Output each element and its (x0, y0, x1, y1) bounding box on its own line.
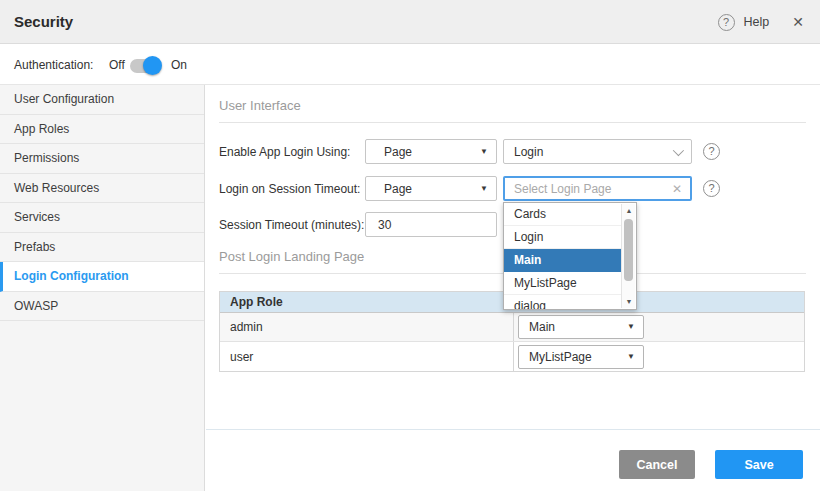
caret-down-icon: ▼ (627, 353, 635, 361)
session-timeout-label: Session Timeout (minutes): (219, 212, 364, 237)
role-cell: user (220, 342, 513, 371)
sidebar: User Configuration App Roles Permissions… (0, 85, 205, 491)
save-button[interactable]: Save (715, 450, 803, 479)
combobox-value: Login (514, 145, 543, 159)
sidebar-item-permissions[interactable]: Permissions (0, 144, 204, 174)
authentication-label: Authentication: (14, 58, 93, 72)
page-cell: MyListPage ▼ (513, 342, 804, 371)
security-dialog: Security ? Help ✕ Authentication: Off On… (0, 0, 820, 491)
sidebar-item-prefabs[interactable]: Prefabs (0, 233, 204, 263)
dropdown-scrollbar[interactable]: ▲ ▼ (621, 204, 635, 308)
table-row: admin Main ▼ (220, 313, 804, 342)
sidebar-item-app-roles[interactable]: App Roles (0, 115, 204, 145)
session-timeout-input[interactable] (378, 218, 484, 232)
help-icon[interactable]: ? (703, 143, 720, 160)
caret-down-icon: ▼ (480, 148, 488, 156)
landing-page-select-admin[interactable]: Main ▼ (518, 315, 644, 339)
sidebar-item-owasp[interactable]: OWASP (0, 292, 204, 322)
toggle-knob (143, 56, 162, 75)
select-value: MyListPage (529, 350, 592, 364)
enable-app-login-page-combobox[interactable]: Login (503, 139, 692, 164)
authentication-row: Authentication: Off On (0, 44, 820, 85)
help-icon[interactable]: ? (718, 14, 735, 31)
dropdown-option-main[interactable]: Main (504, 249, 621, 272)
login-page-dropdown-list: Cards Login Main MyListPage dialog ▲ ▼ (503, 202, 637, 310)
table-row: user MyListPage ▼ (220, 342, 804, 371)
page-title: Security (14, 13, 73, 30)
sidebar-item-login-configuration[interactable]: Login Configuration (0, 262, 204, 292)
toggle-off-label: Off (109, 58, 125, 72)
dropdown-option-dialog[interactable]: dialog (504, 295, 621, 310)
session-timeout-field (365, 212, 497, 237)
titlebar-actions: ? Help ✕ (718, 0, 804, 44)
enable-app-login-label: Enable App Login Using: (219, 139, 350, 164)
select-value: Page (384, 182, 412, 196)
section-title-user-interface: User Interface (219, 98, 301, 113)
scrollbar-thumb[interactable] (624, 219, 633, 281)
clear-icon[interactable]: ✕ (672, 182, 682, 196)
caret-down-icon: ▼ (480, 185, 488, 193)
login-on-timeout-label: Login on Session Timeout: (219, 176, 360, 201)
dropdown-option-cards[interactable]: Cards (504, 203, 621, 226)
dropdown-option-mylistpage[interactable]: MyListPage (504, 272, 621, 295)
footer-divider (206, 429, 820, 430)
scroll-down-icon[interactable]: ▼ (622, 295, 636, 308)
help-link[interactable]: Help (744, 15, 770, 29)
sidebar-item-services[interactable]: Services (0, 203, 204, 233)
authentication-toggle[interactable] (130, 59, 160, 73)
sidebar-item-user-configuration[interactable]: User Configuration (0, 85, 204, 115)
page-cell: Main ▼ (513, 313, 804, 341)
enable-app-login-type-select[interactable]: Page ▼ (365, 139, 497, 164)
dropdown-option-login[interactable]: Login (504, 226, 621, 249)
section-title-post-login: Post Login Landing Page (219, 249, 364, 264)
toggle-on-label: On (171, 58, 187, 72)
landing-page-select-user[interactable]: MyListPage ▼ (518, 345, 644, 369)
titlebar: Security ? Help ✕ (0, 0, 820, 44)
caret-down-icon: ▼ (627, 323, 635, 331)
select-login-page-input[interactable] (514, 182, 664, 196)
close-icon[interactable]: ✕ (792, 14, 804, 30)
help-icon[interactable]: ? (703, 180, 720, 197)
select-login-page-field: ✕ (503, 176, 692, 201)
scroll-up-icon[interactable]: ▲ (622, 204, 636, 217)
select-value: Page (384, 145, 412, 159)
chevron-down-icon (673, 144, 684, 155)
role-cell: admin (220, 313, 513, 341)
login-on-timeout-type-select[interactable]: Page ▼ (365, 176, 497, 201)
select-value: Main (529, 320, 555, 334)
section-divider (219, 122, 806, 123)
main-content: User Interface Enable App Login Using: P… (206, 85, 820, 491)
cancel-button[interactable]: Cancel (619, 450, 695, 479)
sidebar-item-web-resources[interactable]: Web Resources (0, 174, 204, 204)
